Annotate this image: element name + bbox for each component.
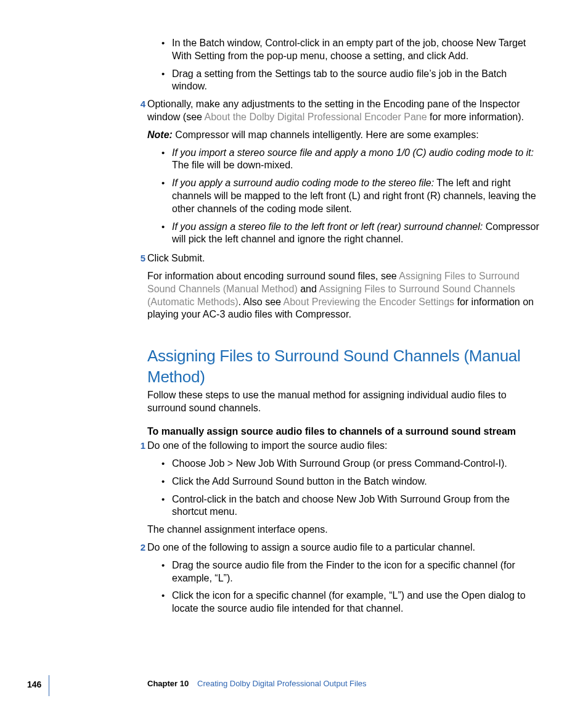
bullet-icon: •: [161, 458, 165, 470]
list-item: • Click the icon for a specific channel …: [160, 589, 541, 615]
examples-list: • If you import a stereo source file and…: [160, 147, 541, 247]
step-text: Optionally, make any adjustments to the …: [147, 98, 541, 124]
step-text: Do one of the following to assign a sour…: [147, 541, 541, 554]
step-number: 1: [134, 440, 145, 452]
page: • In the Batch window, Control-click in …: [0, 0, 588, 706]
list-text: Control-click in the batch and choose Ne…: [172, 494, 510, 517]
step-bullets: • Choose Job > New Job With Surround Gro…: [160, 458, 541, 519]
footer-divider: [49, 675, 49, 696]
list-item: • Drag the source audio file from the Fi…: [160, 559, 541, 585]
section-heading: Assigning Files to Surround Sound Channe…: [147, 346, 541, 388]
note-text: Compressor will map channels intelligent…: [173, 129, 479, 140]
list-item: • Drag a setting from the Settings tab t…: [160, 68, 541, 94]
bullet-icon: •: [161, 177, 165, 189]
link-previewing-settings[interactable]: About Previewing the Encoder Settings: [284, 297, 455, 307]
text: and: [298, 284, 319, 294]
step-text: Do one of the following to import the so…: [147, 440, 541, 453]
list-text: In the Batch window, Control-click in an…: [172, 38, 526, 61]
continuation-bullets: • In the Batch window, Control-click in …: [160, 37, 541, 93]
bullet-icon: •: [161, 475, 165, 488]
page-footer: 146 Chapter 10 Creating Dolby Digital Pr…: [0, 668, 588, 706]
list-item: • If you apply a surround audio coding m…: [160, 177, 541, 215]
chapter-label: Chapter 10: [147, 679, 189, 689]
note-label: Note:: [147, 129, 173, 140]
example-lead: If you assign a stereo file to the left …: [172, 221, 483, 232]
bullet-icon: •: [161, 559, 165, 572]
list-item: • If you import a stereo source file and…: [160, 147, 541, 173]
step-text: Click Submit.: [147, 252, 541, 265]
list-text: Drag the source audio file from the Find…: [172, 560, 515, 583]
link-encoder-pane[interactable]: About the Dolby Digital Professional Enc…: [205, 112, 427, 122]
bullet-icon: •: [161, 68, 165, 80]
list-item: • In the Batch window, Control-click in …: [160, 37, 541, 63]
task-step-1: 1 Do one of the following to import the …: [147, 440, 541, 536]
example-lead: If you import a stereo source file and a…: [172, 147, 534, 158]
step-number: 2: [134, 541, 145, 554]
bullet-icon: •: [161, 147, 165, 159]
step-4: 4 Optionally, make any adjustments to th…: [147, 98, 541, 246]
bullet-icon: •: [161, 221, 165, 233]
page-number: 146: [27, 679, 41, 690]
task-step-2: 2 Do one of the following to assign a so…: [147, 541, 541, 615]
step-number: 5: [134, 252, 145, 265]
section-intro: Follow these steps to use the manual met…: [147, 389, 541, 415]
list-text: Choose Job > New Job With Surround Group…: [172, 458, 507, 469]
chapter-title: Creating Dolby Digital Professional Outp…: [197, 679, 367, 689]
text: for more information).: [427, 112, 524, 122]
list-text: Drag a setting from the Settings tab to …: [172, 68, 507, 92]
body-content: • In the Batch window, Control-click in …: [147, 37, 541, 620]
list-text: Click the icon for a specific channel (f…: [172, 590, 526, 614]
list-item: • Choose Job > New Job With Surround Gro…: [160, 458, 541, 470]
bullet-icon: •: [161, 493, 165, 506]
example-lead: If you apply a surround audio coding mod…: [172, 178, 434, 188]
task-title: To manually assign source audio files to…: [147, 425, 541, 438]
text: . Also see: [239, 297, 284, 307]
step-after: The channel assignment interface opens.: [147, 523, 541, 536]
list-text: Click the Add Surround Sound button in t…: [172, 476, 427, 486]
step-para: For information about encoding surround …: [147, 270, 541, 321]
text: For information about encoding surround …: [147, 271, 399, 281]
step-bullets: • Drag the source audio file from the Fi…: [160, 559, 541, 615]
bullet-icon: •: [161, 37, 165, 49]
note-line: Note: Compressor will map channels intel…: [147, 129, 541, 142]
list-item: • If you assign a stereo file to the lef…: [160, 221, 541, 247]
list-item: • Click the Add Surround Sound button in…: [160, 475, 541, 488]
step-5: 5 Click Submit. For information about en…: [147, 252, 541, 321]
example-rest: The file will be down-mixed.: [172, 160, 293, 170]
step-number: 4: [134, 98, 145, 110]
list-item: • Control-click in the batch and choose …: [160, 493, 541, 519]
bullet-icon: •: [161, 589, 165, 602]
